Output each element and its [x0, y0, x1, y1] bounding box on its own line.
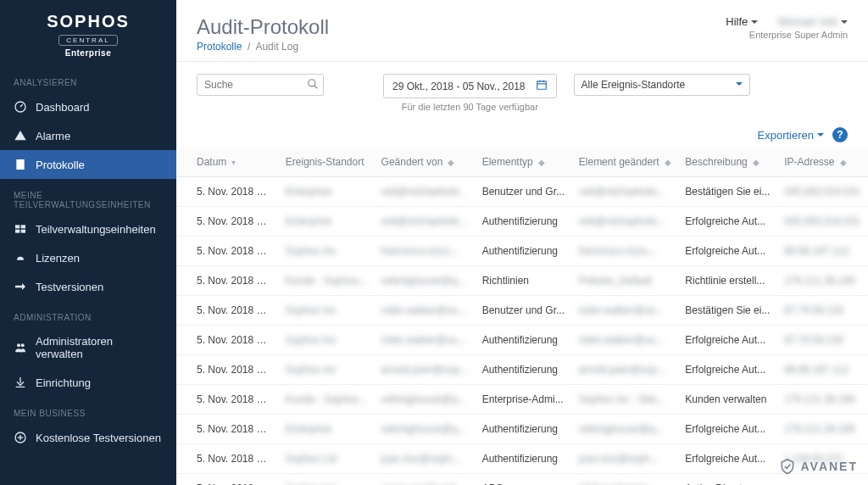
chevron-down-icon: [841, 20, 848, 27]
sidebar-item-teilverwaltungseinheiten[interactable]: Teilverwaltungseinheiten: [0, 215, 176, 243]
table-row[interactable]: 5. Nov. 2018 13:...Enterpriseveitmighous…: [176, 415, 868, 444]
table-row[interactable]: 5. Nov. 2018 14:...Enterpriseveit@michae…: [176, 207, 868, 237]
page-header: Audit-Protokoll Protokolle / Audit Log H…: [176, 0, 868, 62]
nav-section-label: ANALYSIEREN: [0, 66, 176, 92]
nav-section-label: MEIN BUSINESS: [0, 397, 176, 423]
cell-ip: 179.121.38.196: [777, 266, 868, 296]
table-row[interactable]: 5. Nov. 2018 13:...Sophos Incarnold.peer…: [176, 355, 868, 385]
table-row[interactable]: 5. Nov. 2018 13:...Sophos Incrobin.walke…: [176, 326, 868, 355]
help-menu[interactable]: Hilfe: [726, 15, 758, 28]
sidebar-item-administratoren-verwalten[interactable]: Administratoren verwalten: [0, 327, 176, 368]
cell-date: 5. Nov. 2018 14:...: [176, 237, 279, 266]
cell-description: Bestätigen Sie ei...: [678, 177, 777, 207]
cell-element-changed: robin.walker@so...: [572, 296, 679, 326]
filter-bar: 29 Okt., 2018 - 05 Nov., 2018 Für die le…: [176, 62, 868, 120]
table-row[interactable]: 5. Nov. 2018 12:...Sophos Ltdjuan.rios@s…: [176, 444, 868, 474]
col-element-changed[interactable]: Element geändert◆: [572, 148, 679, 177]
cell-element-type: Richtlinien: [476, 266, 572, 296]
cell-description: Erfolgreiche Aut...: [678, 326, 777, 355]
cell-element-type: Authentifizierung: [476, 415, 572, 444]
cell-element-type: Authentifizierung: [476, 355, 572, 385]
cell-location: Sophos Inc: [279, 296, 375, 326]
search-input[interactable]: [197, 74, 324, 96]
audit-table-wrap[interactable]: Datum▾ Ereignis-Standort Geändert von◆ E…: [176, 148, 868, 485]
dashboard-icon: [14, 100, 27, 114]
sidebar-item-label: Alarme: [36, 130, 70, 142]
table-row[interactable]: 5. Nov. 2018 12:...Sophos Incjonas.von@s…: [176, 474, 868, 486]
cell-date: 5. Nov. 2018 13:...: [176, 415, 279, 444]
user-menu[interactable]: Michael Veit: [778, 15, 848, 28]
cell-ip: 88.98.187.112: [777, 355, 868, 385]
table-row[interactable]: 5. Nov. 2018 14:...Enterpriseveit@michae…: [176, 177, 868, 207]
breadcrumb-link[interactable]: Protokolle: [197, 41, 242, 53]
cell-element-changed: Sophos Inc - Site...: [572, 385, 679, 415]
svg-point-7: [21, 343, 25, 347]
cell-date: 5. Nov. 2018 13:...: [176, 355, 279, 385]
cell-element-changed: robin.walker@so...: [572, 326, 679, 355]
date-range-picker[interactable]: 29 Okt., 2018 - 05 Nov., 2018: [383, 74, 557, 98]
export-bar: Exportieren ?: [176, 120, 868, 148]
nav-section-label: ADMINISTRATION: [0, 301, 176, 327]
col-location[interactable]: Ereignis-Standort: [279, 148, 375, 177]
sidebar-item-protokolle[interactable]: Protokolle: [0, 150, 176, 179]
svg-point-11: [309, 80, 315, 86]
table-row[interactable]: 5. Nov. 2018 13:...Sophos Incrobin.walke…: [176, 296, 868, 326]
cell-ip: 045.063.024.031: [777, 207, 868, 237]
free-icon: [14, 431, 27, 444]
watermark-logo: AVANET: [779, 458, 858, 475]
date-range-note: Für die letzten 90 Tage verfügbar: [402, 102, 538, 112]
sidebar-item-alarme[interactable]: Alarme: [0, 121, 176, 150]
cell-location: Sophos Inc: [279, 326, 375, 355]
cell-changed-by: jonas.von@soph...: [375, 474, 476, 486]
cell-changed-by: juan.rios@soph...: [375, 444, 476, 474]
chevron-down-icon: [751, 20, 758, 27]
cell-element-type: Benutzer und Gr...: [476, 177, 572, 207]
col-ip[interactable]: IP-Adresse◆: [777, 148, 868, 177]
user-role: Enterprise Super Admin: [709, 30, 848, 40]
table-row[interactable]: 5. Nov. 2018 13:...Kunde - Sophos...veit…: [176, 385, 868, 415]
col-element-type[interactable]: Elementtyp◆: [476, 148, 572, 177]
brand-logo: SOPHOS CENTRAL Enterprise: [0, 0, 176, 66]
cell-description: Kunden verwalten: [678, 385, 777, 415]
col-description[interactable]: Beschreibung◆: [678, 148, 777, 177]
cell-description: Erfolgreiche Aut...: [678, 355, 777, 385]
cell-description: Erfolgreiche Aut...: [678, 237, 777, 266]
export-button[interactable]: Exportieren: [758, 129, 824, 142]
cell-ip: 88.98.187.112: [777, 237, 868, 266]
alarm-icon: [14, 129, 27, 142]
cell-location: Sophos Inc: [279, 355, 375, 385]
col-changed-by[interactable]: Geändert von◆: [375, 148, 476, 177]
table-header-row: Datum▾ Ereignis-Standort Geändert von◆ E…: [176, 148, 868, 177]
cell-description: Active Directory-...: [678, 474, 777, 486]
cell-element-changed: arnold.peer@sop...: [572, 355, 679, 385]
cell-location: Sophos Ltd: [279, 444, 375, 474]
sidebar-item-label: Teilverwaltungseinheiten: [36, 223, 156, 236]
sidebar-item-lizenzen[interactable]: Lizenzen: [0, 243, 176, 272]
cell-element-changed: veit@michaelveit...: [572, 207, 679, 237]
sidebar-item-label: Lizenzen: [36, 252, 80, 265]
main-content: Audit-Protokoll Protokolle / Audit Log H…: [176, 0, 868, 485]
svg-rect-13: [537, 81, 546, 89]
cell-location: Enterprise: [279, 415, 375, 444]
cell-ip: [777, 474, 868, 486]
col-date[interactable]: Datum▾: [176, 148, 279, 177]
location-filter[interactable]: Alle Ereignis-Standorte: [574, 74, 751, 96]
sidebar-item-einrichtung[interactable]: Einrichtung: [0, 368, 176, 397]
table-row[interactable]: 5. Nov. 2018 14:...Sophos Incfrancesco.r…: [176, 237, 868, 266]
cell-element-changed: veit@michaelveit...: [572, 177, 679, 207]
cell-location: Enterprise: [279, 177, 375, 207]
cell-changed-by: veitmighouse@q...: [375, 266, 476, 296]
cell-changed-by: veit@michaelveit...: [375, 177, 476, 207]
cell-date: 5. Nov. 2018 14:...: [176, 207, 279, 237]
table-row[interactable]: 5. Nov. 2018 14:...Kunde - Sophos...veit…: [176, 266, 868, 296]
sidebar-item-kostenlose-testversionen[interactable]: Kostenlose Testversionen: [0, 423, 176, 452]
cell-ip: 87.79.58.130: [777, 326, 868, 355]
sidebar-item-testversionen[interactable]: Testversionen: [0, 272, 176, 301]
sidebar-item-dashboard[interactable]: Dashboard: [0, 92, 176, 121]
help-icon[interactable]: ?: [832, 127, 848, 142]
units-icon: [14, 222, 27, 236]
search-box: [197, 74, 324, 96]
license-icon: [14, 251, 27, 265]
sidebar: SOPHOS CENTRAL Enterprise ANALYSIERENDas…: [0, 0, 176, 485]
cell-description: Bestätigen Sie ei...: [678, 296, 777, 326]
